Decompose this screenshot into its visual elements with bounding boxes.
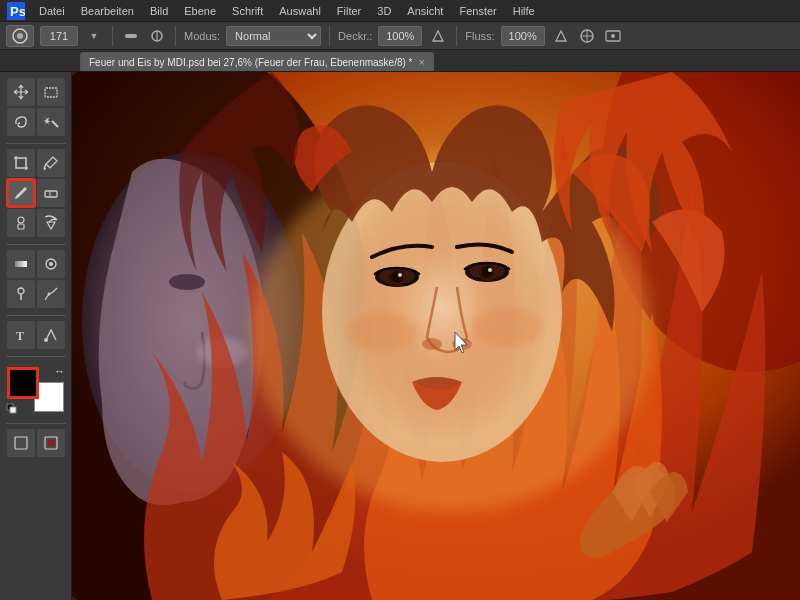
svg-rect-12: [45, 88, 57, 97]
tool-panel: T ↔: [0, 72, 72, 600]
tool-row-3: [4, 149, 67, 177]
menu-schrift[interactable]: Schrift: [225, 3, 270, 19]
tool-row-5: [4, 209, 67, 237]
modus-label: Modus:: [184, 30, 220, 42]
menu-3d[interactable]: 3D: [370, 3, 398, 19]
stamp-tool[interactable]: [7, 209, 35, 237]
fluss-label: Fluss:: [465, 30, 494, 42]
eraser-tool[interactable]: [37, 179, 65, 207]
opacity-pressure-icon[interactable]: [428, 26, 448, 46]
tool-row-6: [4, 250, 67, 278]
brush-tool[interactable]: [7, 179, 35, 207]
marquee-tool[interactable]: [37, 78, 65, 106]
svg-text:T: T: [16, 329, 24, 343]
options-bar: ▼ Modus: Normal Multiplizieren Abdunkeln…: [0, 22, 800, 50]
menu-auswahl[interactable]: Auswahl: [272, 3, 328, 19]
tool-sep-2: [6, 244, 66, 245]
svg-point-23: [49, 262, 53, 266]
history-brush-tool[interactable]: [37, 209, 65, 237]
divider-2: [175, 26, 176, 46]
background-color-swatch[interactable]: [34, 382, 64, 412]
tool-group-toning: [0, 248, 71, 312]
divider-4: [456, 26, 457, 46]
svg-point-28: [44, 338, 48, 342]
pen-tool[interactable]: [37, 280, 65, 308]
svg-point-24: [18, 288, 24, 294]
tab-close-button[interactable]: ×: [419, 56, 425, 68]
blur-tool[interactable]: [37, 250, 65, 278]
quick-mask-button[interactable]: [37, 429, 65, 457]
svg-rect-17: [45, 191, 57, 197]
divider-3: [329, 26, 330, 46]
svg-text:Ps: Ps: [10, 4, 25, 19]
svg-rect-30: [10, 407, 16, 413]
menu-hilfe[interactable]: Hilfe: [506, 3, 542, 19]
menu-filter[interactable]: Filter: [330, 3, 368, 19]
magic-wand-tool[interactable]: [37, 108, 65, 136]
brush-size-input[interactable]: [40, 26, 78, 46]
svg-rect-20: [18, 224, 24, 229]
move-tool[interactable]: [7, 78, 35, 106]
tablet-icon[interactable]: [603, 26, 623, 46]
document-tab[interactable]: Feuer und Eis by MDI.psd bei 27,6% (Feue…: [80, 52, 434, 71]
gradient-tool[interactable]: [7, 250, 35, 278]
svg-line-13: [52, 121, 58, 127]
tool-sep-1: [6, 143, 66, 144]
menu-datei[interactable]: Datei: [32, 3, 72, 19]
menu-ebene[interactable]: Ebene: [177, 3, 223, 19]
tool-row-mask: [0, 429, 71, 457]
tool-group-type: T: [0, 319, 71, 353]
dodge-tool[interactable]: [7, 280, 35, 308]
divider-1: [112, 26, 113, 46]
lasso-tool[interactable]: [7, 108, 35, 136]
brush-picker-button[interactable]: [6, 25, 34, 47]
tool-row-4: [4, 179, 67, 207]
modus-select[interactable]: Normal Multiplizieren Abdunkeln: [226, 26, 321, 46]
swap-colors-icon[interactable]: ↔: [53, 364, 67, 378]
tool-row-1: [4, 78, 67, 106]
menu-fenster[interactable]: Fenster: [452, 3, 503, 19]
menu-bild[interactable]: Bild: [143, 3, 175, 19]
main-area: T ↔: [0, 72, 800, 600]
svg-point-11: [611, 34, 615, 38]
airbrush-icon[interactable]: [577, 26, 597, 46]
svg-rect-31: [15, 437, 27, 449]
crop-tool[interactable]: [7, 149, 35, 177]
type-tool[interactable]: T: [7, 321, 35, 349]
menu-bar: Ps Datei Bearbeiten Bild Ebene Schrift A…: [0, 0, 800, 22]
reset-colors-icon[interactable]: [5, 402, 19, 416]
tool-row-8: T: [4, 321, 67, 349]
svg-point-3: [17, 33, 23, 39]
tool-row-2: [4, 108, 67, 136]
path-select-tool[interactable]: [37, 321, 65, 349]
brush-mode-icon2[interactable]: [147, 26, 167, 46]
canvas-svg: [72, 72, 800, 600]
svg-rect-4: [125, 34, 137, 38]
tool-sep-5: [6, 423, 66, 424]
menu-ansicht[interactable]: Ansicht: [400, 3, 450, 19]
deckr-label: Deckr.:: [338, 30, 372, 42]
tool-group-selection: [0, 76, 71, 140]
svg-point-26: [47, 293, 50, 296]
menu-bearbeiten[interactable]: Bearbeiten: [74, 3, 141, 19]
tab-bar: Feuer und Eis by MDI.psd bei 27,6% (Feue…: [0, 50, 800, 72]
opacity-input[interactable]: [378, 26, 422, 46]
tool-row-7: [4, 280, 67, 308]
svg-point-19: [18, 217, 24, 223]
color-swatch-area: ↔: [5, 364, 67, 416]
svg-point-33: [47, 439, 55, 447]
flow-input[interactable]: [501, 26, 545, 46]
svg-rect-21: [15, 261, 27, 267]
brush-settings-button[interactable]: ▼: [84, 26, 104, 46]
standard-mode-button[interactable]: [7, 429, 35, 457]
tool-group-editing: [0, 147, 71, 241]
tab-title: Feuer und Eis by MDI.psd bei 27,6% (Feue…: [89, 57, 413, 68]
brush-mode-icon1[interactable]: [121, 26, 141, 46]
tool-sep-3: [6, 315, 66, 316]
foreground-color-swatch[interactable]: [8, 368, 38, 398]
app-logo: Ps: [6, 1, 26, 21]
canvas-area[interactable]: [72, 72, 800, 600]
tool-sep-4: [6, 356, 66, 357]
eyedropper-tool[interactable]: [37, 149, 65, 177]
flow-pressure-icon[interactable]: [551, 26, 571, 46]
